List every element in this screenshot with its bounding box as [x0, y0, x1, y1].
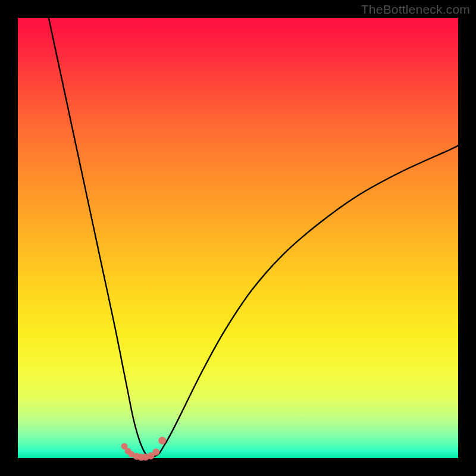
plot-area: [18, 18, 458, 458]
curve-markers: [121, 437, 167, 461]
curve-marker: [152, 449, 159, 456]
watermark-text: TheBottleneck.com: [361, 2, 470, 17]
chart-frame: TheBottleneck.com: [0, 0, 476, 476]
bottleneck-curve: [49, 18, 458, 457]
curve-marker: [158, 437, 166, 444]
bottleneck-chart-svg: [18, 18, 458, 458]
